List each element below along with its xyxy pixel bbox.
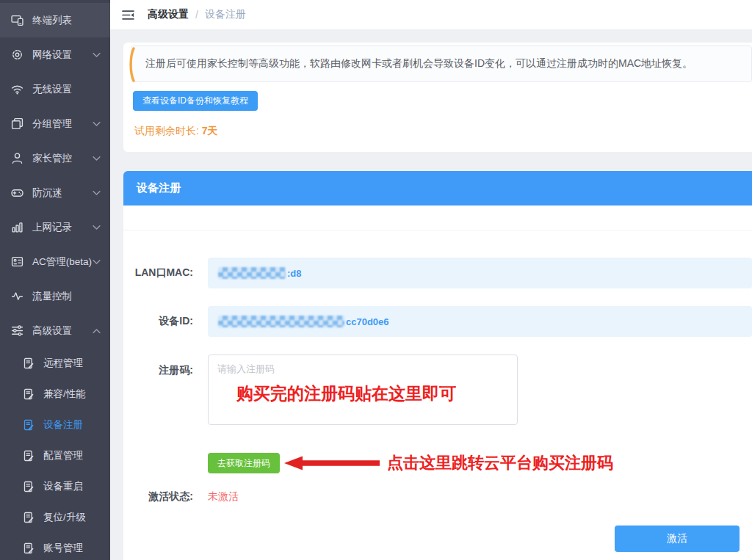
chevron-down-icon [93, 121, 101, 127]
breadcrumb-separator: / [195, 9, 198, 21]
sidebar-subitem-config-management[interactable]: 配置管理 [0, 440, 110, 471]
notice-text: 注册后可使用家长控制等高级功能，软路由修改网卡或者刷机会导致设备ID变化，可以通… [145, 57, 693, 70]
wifi-icon [11, 83, 24, 95]
id-card-icon [11, 255, 24, 268]
chevron-up-icon [93, 328, 101, 334]
sidebar-item-label: 分组管理 [32, 117, 72, 131]
file-edit-icon [23, 450, 35, 462]
sidebar-subitem-label: 兼容/性能 [43, 388, 86, 401]
device-id-value-field: cc70d0e6 [208, 306, 752, 337]
section-divider [123, 206, 752, 230]
sidebar-item-network-settings[interactable]: 网络设置 [0, 37, 110, 72]
file-edit-icon [23, 481, 35, 492]
file-edit-icon [23, 388, 35, 400]
sidebar-item-internet-records[interactable]: 上网记录 [0, 210, 110, 244]
reg-code-row: 注册码: 购买完的注册码贴在这里即可 [123, 354, 752, 428]
device-register-panel: 设备注册 LAN口MAC: :d8 设备ID: [123, 171, 752, 560]
red-arrow-left-icon [283, 454, 380, 472]
chevron-down-icon [93, 52, 101, 58]
sidebar-item-terminal-list[interactable]: 终端列表 [0, 3, 110, 37]
get-code-row: 去获取注册码 点击这里跳转云平台购买注册码 [208, 452, 752, 474]
mac-visible-tail: :d8 [287, 268, 302, 279]
reg-code-wrapper: 购买完的注册码贴在这里即可 [208, 354, 518, 428]
trial-value: 7天 [202, 125, 218, 137]
sidebar: 终端列表网络设置无线设置分组管理家长管控防沉迷上网记录AC管理(beta)流量控… [0, 0, 110, 560]
file-edit-icon [23, 512, 35, 523]
notice-alert: 注册后可使用家长控制等高级功能，软路由修改网卡或者刷机会导致设备ID变化，可以通… [131, 46, 752, 82]
sidebar-subitem-remote-management[interactable]: 远程管理 [0, 348, 110, 379]
tutorial-button[interactable]: 查看设备ID备份和恢复教程 [133, 91, 258, 111]
sidebar-item-ac-management[interactable]: AC管理(beta) [0, 244, 110, 279]
device-id-row: 设备ID: cc70d0e6 [123, 306, 752, 337]
breadcrumb-current: 设备注册 [205, 8, 246, 21]
reg-code-input[interactable] [208, 354, 518, 425]
status-row: 激活状态: 未激活 [123, 490, 752, 503]
alert-accent-icon [128, 47, 136, 85]
sidebar-item-label: 终端列表 [32, 14, 72, 27]
sidebar-item-parental-control[interactable]: 家长管控 [0, 141, 110, 175]
section-header: 设备注册 [123, 171, 752, 206]
activate-button[interactable]: 激活 [615, 526, 740, 552]
chevron-down-icon [93, 156, 101, 161]
mac-row: LAN口MAC: :d8 [123, 258, 752, 288]
sidebar-subitem-label: 设备注册 [43, 418, 83, 432]
device-id-redacted-blur [218, 316, 344, 327]
sidebar-subitem-label: 设备重启 [43, 480, 83, 493]
mac-value-field: :d8 [208, 258, 752, 288]
person-icon [11, 152, 24, 164]
sidebar-item-traffic-control[interactable]: 流量控制 [0, 279, 110, 313]
file-edit-icon [23, 419, 35, 431]
sidebar-subitem-label: 账号管理 [43, 542, 83, 555]
sidebar-subitem-account-management[interactable]: 账号管理 [0, 533, 110, 560]
trial-remaining: 试用剩余时长: 7天 [134, 125, 752, 138]
mac-redacted-blur [218, 267, 286, 279]
sidebar-item-label: 流量控制 [32, 290, 72, 303]
section-body: LAN口MAC: :d8 设备ID: cc70d0e6 [123, 206, 752, 560]
sidebar-item-label: 高级设置 [32, 324, 72, 338]
sidebar-item-wireless-settings[interactable]: 无线设置 [0, 72, 110, 106]
arrow-annotation: 点击这里跳转云平台购买注册码 [387, 452, 613, 474]
sidebar-item-label: 家长管控 [32, 152, 72, 165]
sidebar-subitem-device-reboot[interactable]: 设备重启 [0, 471, 110, 502]
app-window: 终端列表网络设置无线设置分组管理家长管控防沉迷上网记录AC管理(beta)流量控… [0, 0, 752, 560]
sidebar-item-anti-addiction[interactable]: 防沉迷 [0, 175, 110, 210]
trial-label: 试用剩余时长: [134, 125, 202, 137]
main-area: 高级设置 / 设备注册 注册后可使用家长控制等高级功能，软路由修改网卡或者刷机会… [110, 0, 752, 560]
get-code-button[interactable]: 去获取注册码 [208, 453, 280, 473]
notice-panel: 注册后可使用家长控制等高级功能，软路由修改网卡或者刷机会导致设备ID变化，可以通… [123, 43, 752, 152]
chevron-down-icon [93, 190, 101, 196]
device-id-label: 设备ID: [123, 315, 208, 328]
gamepad-icon [11, 186, 24, 199]
content-scroll-area[interactable]: 注册后可使用家长控制等高级功能，软路由修改网卡或者刷机会导致设备ID变化，可以通… [110, 29, 752, 560]
breadcrumb: 高级设置 / 设备注册 [148, 8, 246, 21]
breadcrumb-section[interactable]: 高级设置 [148, 8, 189, 21]
gear-icon [11, 48, 24, 61]
file-edit-icon [23, 542, 35, 554]
sidebar-item-label: AC管理(beta) [32, 255, 92, 269]
section-title: 设备注册 [137, 181, 181, 195]
status-label: 激活状态: [123, 490, 208, 503]
sidebar-item-advanced-settings[interactable]: 高级设置 [0, 313, 110, 348]
mac-label: LAN口MAC: [123, 266, 208, 280]
activity-icon [11, 290, 24, 302]
menu-fold-icon[interactable] [121, 9, 135, 21]
chevron-down-icon [93, 259, 101, 265]
file-edit-icon [23, 357, 35, 369]
register-form: LAN口MAC: :d8 设备ID: cc70d0e6 [123, 230, 752, 552]
sidebar-item-group-management[interactable]: 分组管理 [0, 106, 110, 141]
sidebar-item-label: 上网记录 [32, 221, 72, 234]
sidebar-subitem-compat-performance[interactable]: 兼容/性能 [0, 379, 110, 410]
sidebar-subitem-label: 复位/升级 [43, 511, 86, 524]
sidebar-item-label: 无线设置 [32, 83, 72, 96]
topbar: 高级设置 / 设备注册 [110, 0, 752, 29]
bar-chart-icon [11, 221, 24, 233]
sidebar-item-label: 防沉迷 [32, 186, 62, 200]
sidebar-subitem-device-register[interactable]: 设备注册 [0, 410, 110, 440]
form-footer: 激活 [123, 526, 752, 552]
sidebar-subitem-label: 远程管理 [43, 357, 83, 370]
sidebar-subitem-label: 配置管理 [43, 449, 83, 462]
sliders-icon [11, 324, 24, 337]
reg-code-label: 注册码: [123, 354, 208, 377]
sidebar-subitem-reset-upgrade[interactable]: 复位/升级 [0, 502, 110, 533]
device-id-visible-tail: cc70d0e6 [346, 316, 389, 327]
